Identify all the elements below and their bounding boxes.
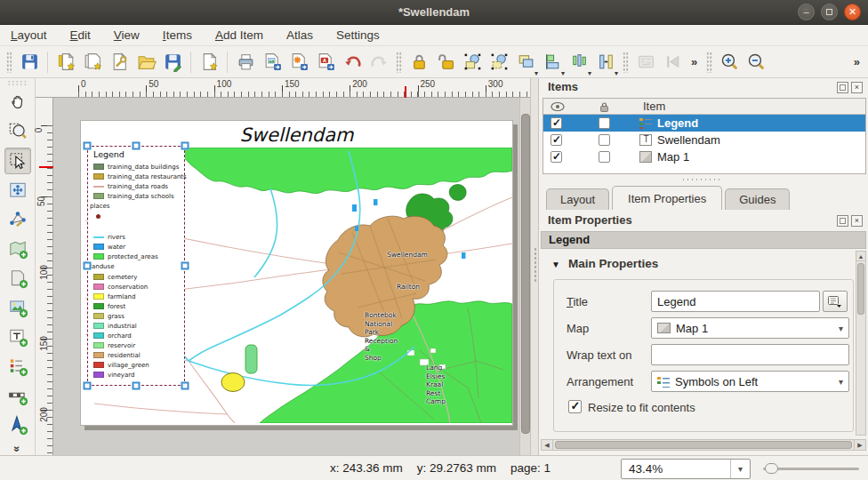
add-legend-button[interactable] bbox=[4, 353, 31, 380]
zoom-out-button[interactable] bbox=[743, 50, 768, 75]
toolbar-drag-handle[interactable] bbox=[7, 80, 28, 86]
export-image-button[interactable] bbox=[260, 50, 285, 75]
tab-guides[interactable]: Guides bbox=[725, 188, 790, 210]
add-scalebar-button[interactable] bbox=[4, 382, 31, 409]
chevron-down-icon[interactable]: ▾ bbox=[730, 460, 750, 478]
left-toolbar-overflow-button[interactable]: » bbox=[12, 446, 24, 452]
redo-button[interactable] bbox=[366, 50, 391, 75]
toolbar-overflow-button-2[interactable]: » bbox=[849, 55, 864, 68]
toolbar-overflow-button[interactable]: » bbox=[687, 55, 702, 68]
add-3d-map-button[interactable] bbox=[4, 265, 31, 292]
scroll-right-arrow-icon[interactable]: ▶ bbox=[854, 440, 865, 450]
minimize-button[interactable]: – bbox=[798, 4, 815, 20]
float-panel-icon[interactable] bbox=[837, 215, 848, 227]
legend-item[interactable]: Legend training_data buildingstraining_d… bbox=[87, 146, 185, 386]
open-layout-button[interactable] bbox=[133, 50, 158, 75]
item-lock-checkbox[interactable] bbox=[599, 151, 610, 163]
item-lock-checkbox[interactable] bbox=[599, 117, 610, 129]
unlock-all-items-button[interactable] bbox=[433, 50, 458, 75]
export-svg-button[interactable] bbox=[286, 50, 311, 75]
export-pdf-button[interactable] bbox=[313, 50, 338, 75]
panel-resize-handle[interactable] bbox=[681, 178, 720, 181]
layout-canvas[interactable]: Swellendam bbox=[53, 98, 519, 455]
add-picture-button[interactable] bbox=[4, 294, 31, 321]
close-button[interactable]: ✕ bbox=[844, 4, 861, 20]
item-visibility-checkbox[interactable] bbox=[551, 151, 562, 163]
data-defined-override-button[interactable] bbox=[823, 291, 848, 312]
scrollbar-thumb[interactable] bbox=[857, 263, 864, 315]
new-layout-button[interactable] bbox=[53, 50, 78, 75]
zoom-slider[interactable] bbox=[763, 463, 859, 474]
items-row-map-1[interactable]: Map 1 bbox=[543, 148, 865, 165]
move-item-content-button[interactable] bbox=[4, 177, 31, 204]
legend-title-input[interactable] bbox=[651, 291, 820, 312]
toolbar-drag-handle[interactable] bbox=[623, 52, 629, 73]
items-row-legend[interactable]: Legend bbox=[543, 115, 865, 132]
pan-tool-button[interactable] bbox=[4, 89, 31, 116]
panel-splitter[interactable] bbox=[530, 78, 539, 455]
tab-layout[interactable]: Layout bbox=[546, 188, 609, 210]
edit-nodes-item-button[interactable] bbox=[4, 206, 31, 233]
scrollbar-thumb[interactable] bbox=[521, 114, 530, 434]
resize-selected-items-button[interactable] bbox=[593, 50, 618, 75]
selection-handle-nw[interactable] bbox=[84, 142, 92, 150]
selection-handle-sw[interactable] bbox=[84, 382, 92, 390]
arrangement-select[interactable]: Symbols on Left ▾ bbox=[651, 371, 849, 392]
zoom-level-combobox[interactable]: 43.4% ▾ bbox=[621, 459, 751, 479]
close-panel-icon[interactable]: × bbox=[851, 215, 863, 227]
tab-item-properties[interactable]: Item Properties bbox=[612, 186, 722, 210]
add-items-from-template-button[interactable] bbox=[197, 50, 221, 75]
selection-handle-e[interactable] bbox=[181, 262, 189, 270]
wrap-text-input[interactable] bbox=[651, 344, 849, 365]
add-map-button[interactable] bbox=[4, 236, 31, 262]
selection-handle-n[interactable] bbox=[133, 142, 141, 150]
ungroup-items-button[interactable] bbox=[486, 50, 511, 75]
zoom-in-button[interactable] bbox=[717, 50, 742, 75]
item-lock-checkbox[interactable] bbox=[599, 134, 610, 146]
title-bar[interactable]: *Swellendam – ✕ bbox=[0, 0, 868, 25]
properties-vertical-scrollbar[interactable]: ▲ bbox=[856, 251, 866, 436]
scroll-up-arrow-icon[interactable]: ▲ bbox=[856, 252, 865, 261]
scrollbar-thumb[interactable] bbox=[555, 441, 852, 449]
raise-selected-items-button[interactable] bbox=[513, 50, 538, 75]
save-as-template-button[interactable] bbox=[160, 50, 185, 75]
align-selected-items-button[interactable] bbox=[540, 50, 565, 75]
float-panel-icon[interactable] bbox=[837, 82, 848, 93]
slider-handle[interactable] bbox=[765, 463, 778, 474]
menu-items[interactable]: Items bbox=[163, 28, 192, 42]
add-north-arrow-button[interactable] bbox=[4, 412, 31, 438]
atlas-first-feature-button[interactable] bbox=[660, 50, 685, 75]
select-move-item-button[interactable] bbox=[4, 148, 31, 174]
item-visibility-checkbox[interactable] bbox=[551, 134, 562, 146]
print-button[interactable] bbox=[233, 50, 258, 75]
lock-selected-items-button[interactable] bbox=[406, 50, 431, 75]
item-visibility-checkbox[interactable] bbox=[551, 117, 562, 129]
duplicate-layout-button[interactable] bbox=[80, 50, 105, 75]
distribute-selected-items-button[interactable] bbox=[567, 50, 591, 75]
canvas-vertical-scrollbar[interactable] bbox=[519, 98, 530, 455]
menu-view[interactable]: View bbox=[114, 28, 140, 42]
resize-to-fit-checkbox[interactable] bbox=[568, 400, 582, 413]
save-button[interactable] bbox=[17, 50, 42, 75]
items-row-swellendam[interactable]: Swellendam bbox=[543, 132, 865, 148]
atlas-settings-button[interactable] bbox=[633, 50, 658, 75]
menu-edit[interactable]: Edit bbox=[70, 28, 91, 42]
toolbar-drag-handle[interactable] bbox=[6, 52, 12, 73]
menu-add-item[interactable]: Add Item bbox=[215, 28, 263, 42]
layout-page[interactable]: Swellendam bbox=[80, 120, 513, 426]
panel-horizontal-scrollbar[interactable]: ◀ ▶ bbox=[541, 439, 866, 451]
zoom-tool-button[interactable] bbox=[4, 118, 31, 145]
selection-handle-ne[interactable] bbox=[181, 142, 189, 150]
menu-layout[interactable]: Layout bbox=[11, 28, 47, 42]
main-properties-section-header[interactable]: ▼Main Properties bbox=[551, 257, 658, 270]
selection-handle-s[interactable] bbox=[133, 382, 141, 390]
maximize-button[interactable] bbox=[821, 4, 838, 20]
map-select[interactable]: Map 1 ▾ bbox=[651, 317, 849, 339]
group-items-button[interactable] bbox=[460, 50, 485, 75]
toolbar-drag-handle[interactable] bbox=[706, 52, 712, 73]
menu-settings[interactable]: Settings bbox=[336, 28, 380, 42]
scroll-left-arrow-icon[interactable]: ◀ bbox=[542, 440, 553, 450]
selection-handle-se[interactable] bbox=[181, 382, 189, 390]
selection-handle-w[interactable] bbox=[84, 262, 92, 270]
layout-properties-button[interactable] bbox=[107, 50, 132, 75]
